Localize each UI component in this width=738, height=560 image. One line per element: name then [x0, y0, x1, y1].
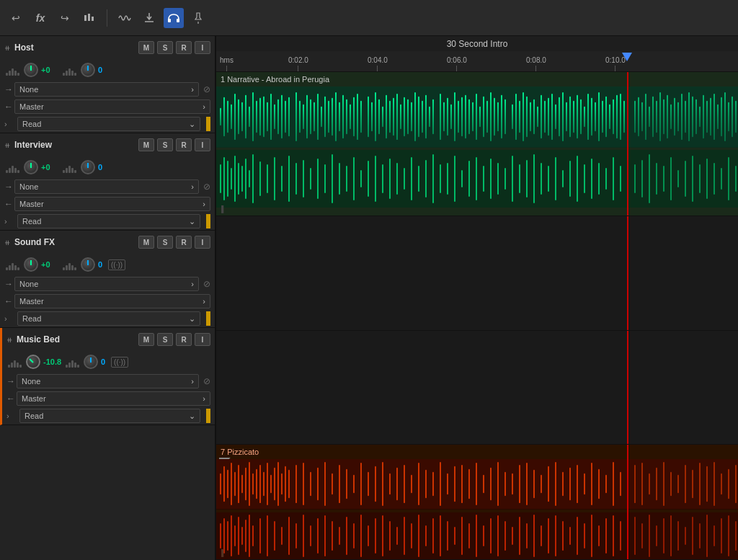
svg-rect-255	[396, 468, 398, 500]
svg-rect-358	[584, 523, 585, 548]
svg-rect-378	[728, 515, 729, 556]
svg-rect-107	[602, 101, 603, 133]
track-musicbed-volume-knob[interactable]	[26, 355, 40, 369]
soundfx-playhead-line	[627, 331, 628, 444]
track-host-record-button[interactable]: R	[176, 41, 192, 54]
svg-rect-27	[303, 105, 304, 130]
track-musicbed-input-dropdown[interactable]: None ›	[17, 374, 199, 388]
headphone-icon[interactable]	[164, 8, 184, 28]
svg-rect-143	[735, 101, 737, 133]
track-host-input-dropdown[interactable]: None ›	[14, 82, 199, 97]
track-soundfx-pan-knob[interactable]	[81, 257, 95, 272]
track-host-input-meter	[6, 64, 19, 76]
svg-rect-256	[404, 465, 405, 503]
svg-rect-326	[353, 523, 355, 548]
fx-icon[interactable]: fx	[30, 8, 50, 28]
svg-rect-80	[501, 95, 502, 138]
svg-rect-216	[706, 159, 708, 199]
svg-rect-183	[468, 161, 470, 197]
bars-icon[interactable]	[79, 8, 99, 28]
timeline-ruler[interactable]: hms 0:02.0 0:04.0 0:06.0	[216, 51, 738, 71]
track-soundfx-stereo-icon: ((·))	[108, 259, 125, 270]
track-interview-output-dropdown[interactable]: Master ›	[14, 197, 210, 211]
track-interview-expand-button[interactable]: ›	[4, 217, 14, 226]
svg-rect-195	[555, 157, 556, 200]
track-soundfx-output-dropdown[interactable]: Master ›	[14, 294, 210, 308]
svg-rect-142	[732, 97, 733, 137]
svg-rect-125	[670, 105, 672, 130]
svg-rect-243	[310, 472, 311, 497]
track-host-input-button[interactable]: I	[195, 41, 210, 54]
track-musicbed-content[interactable]: 7 Pizzicato	[216, 445, 738, 560]
svg-rect-166	[346, 166, 347, 192]
track-soundfx-input-dropdown[interactable]: None ›	[14, 277, 199, 291]
track-soundfx-expand-button[interactable]: ›	[4, 314, 14, 323]
track-host-solo-button[interactable]: S	[157, 41, 173, 54]
track-interview-mute-button[interactable]: M	[138, 138, 154, 151]
track-host-volume-knob[interactable]	[24, 63, 38, 77]
track-musicbed-record-button[interactable]: R	[176, 333, 192, 346]
svg-rect-286	[620, 472, 621, 497]
track-musicbed-output-dropdown[interactable]: Master ›	[17, 391, 210, 406]
track-interview-input-dropdown[interactable]: None ›	[14, 179, 199, 194]
svg-rect-103	[587, 94, 589, 140]
toolbar: ↩ fx ↪	[0, 0, 738, 36]
input-arrow-icon: →	[4, 182, 13, 192]
svg-rect-49	[386, 95, 387, 138]
svg-rect-242	[303, 463, 304, 505]
svg-rect-147	[231, 168, 232, 190]
track-host-mute-button[interactable]: M	[138, 41, 154, 54]
svg-rect-225	[234, 472, 236, 497]
svg-rect-150	[241, 166, 243, 192]
download-icon[interactable]	[139, 8, 159, 28]
back-icon[interactable]: ↩	[6, 8, 26, 28]
track-soundfx-record-button[interactable]: R	[176, 236, 192, 249]
track-soundfx-automation-dropdown[interactable]: Read ⌄	[17, 311, 200, 326]
track-interview-volume-knob[interactable]	[24, 160, 38, 174]
svg-rect-34	[328, 101, 329, 133]
svg-rect-9	[234, 94, 236, 140]
track-interview-solo-button[interactable]: S	[157, 138, 173, 151]
track-musicbed-input-button[interactable]: I	[195, 333, 210, 346]
svg-rect-170	[375, 156, 376, 202]
svg-rect-15	[256, 101, 257, 133]
wave-icon[interactable]	[115, 8, 135, 28]
track-soundfx-mute-button[interactable]: M	[138, 236, 154, 249]
track-interview-pan-knob[interactable]	[81, 160, 95, 174]
track-soundfx-solo-button[interactable]: S	[157, 236, 173, 249]
track-host-automation-dropdown[interactable]: Read ⌄	[17, 117, 200, 131]
track-interview-automation-dropdown[interactable]: Read ⌄	[17, 214, 200, 228]
track-soundfx-input-button[interactable]: I	[195, 236, 210, 249]
svg-rect-64	[443, 102, 445, 132]
track-soundfx-volume-knob[interactable]	[24, 257, 38, 272]
svg-rect-119	[649, 107, 650, 128]
track-musicbed-mute-button[interactable]: M	[138, 333, 154, 346]
svg-rect-39	[346, 99, 347, 134]
svg-rect-13	[249, 107, 250, 128]
svg-rect-288	[634, 465, 636, 503]
track-interview-automation-bar	[206, 214, 210, 228]
svg-rect-164	[332, 154, 333, 203]
track-musicbed-solo-button[interactable]: S	[157, 333, 173, 346]
svg-rect-105	[595, 102, 596, 132]
svg-rect-246	[332, 474, 333, 495]
track-musicbed-automation-dropdown[interactable]: Read ⌄	[19, 409, 200, 423]
track-host-expand-button[interactable]: ›	[4, 120, 14, 128]
svg-rect-175	[411, 157, 412, 200]
svg-rect-74	[479, 107, 481, 128]
track-host-content[interactable]: 1 Narrative - Abroad in Perugia	[216, 72, 738, 216]
pin-icon[interactable]	[188, 8, 208, 28]
track-musicbed-expand-button[interactable]: ›	[6, 412, 17, 420]
svg-rect-141	[728, 102, 729, 132]
track-interview-content[interactable]	[216, 216, 738, 330]
svg-rect-127	[677, 102, 679, 132]
track-interview-record-button[interactable]: R	[176, 138, 192, 151]
svg-rect-140	[724, 92, 726, 141]
track-soundfx: ⧺ Sound FX M S R I	[0, 231, 215, 328]
track-host-output-dropdown[interactable]: Master ›	[14, 99, 210, 114]
track-musicbed-pan-knob[interactable]	[84, 355, 98, 369]
track-soundfx-content[interactable]	[216, 331, 738, 445]
forward-icon[interactable]: ↪	[55, 8, 75, 28]
track-host-pan-knob[interactable]	[81, 63, 95, 77]
track-interview-input-button[interactable]: I	[195, 138, 210, 151]
